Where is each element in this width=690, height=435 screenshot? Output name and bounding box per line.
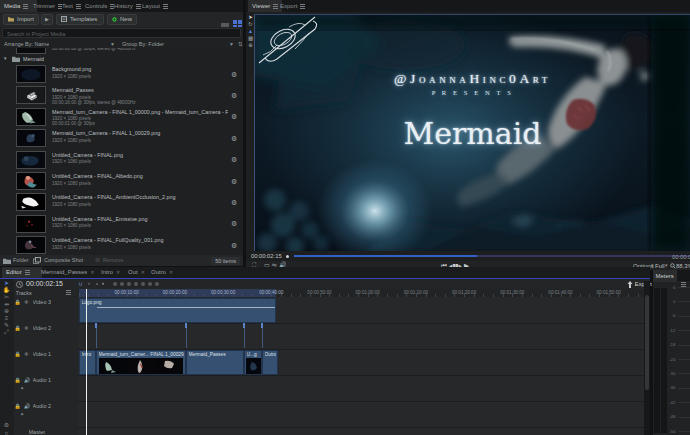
lock-icon[interactable]: 🔒 (15, 325, 21, 331)
timeline-timecode[interactable]: 00:00:02:15 (26, 280, 63, 287)
gear-icon[interactable]: ⚙ (231, 199, 237, 206)
gear-icon[interactable]: ⚙ (231, 220, 237, 227)
timeline-ruler[interactable]: 00:00:10:0000:00:20:0000:00:30:0000:00:4… (78, 289, 644, 297)
close-icon[interactable]: ✕ (141, 269, 145, 275)
new-button[interactable]: New (107, 14, 137, 25)
automation-icon[interactable]: ✦ (20, 411, 24, 417)
tab-layout[interactable]: Layout (138, 0, 174, 12)
media-item[interactable]: Mermaid_Passes1920 × 1080 pixels00:00:16… (0, 85, 243, 106)
media-item-resolution: 1920 × 1080 pixels (52, 159, 228, 164)
clip-mermaid-passes[interactable]: Mermaid_Passes (186, 350, 244, 375)
clip-logo[interactable]: Logo.png (79, 298, 276, 323)
gear-icon[interactable]: ⚙ (231, 113, 237, 120)
meters-menu-icon[interactable] (681, 273, 686, 291)
seek-cached-bar[interactable] (294, 255, 477, 257)
import-button[interactable]: Import (3, 14, 39, 25)
speaker-icon[interactable]: 🔊 (24, 403, 30, 409)
tab-menu-icon[interactable] (23, 4, 28, 9)
media-item[interactable]: Mermaid_turn_Camera - FINAL 1_00000.png … (0, 106, 243, 127)
eye-icon[interactable]: 👁 (24, 325, 29, 331)
gear-icon[interactable]: ⚙ (231, 242, 237, 249)
close-icon[interactable]: ✕ (90, 269, 94, 275)
timeline-option-toggle[interactable] (141, 282, 145, 286)
media-item[interactable]: Untitled_Camera - FINAL_FullQuality_001.… (0, 235, 243, 256)
tab-menu-icon[interactable] (163, 4, 168, 9)
timeline-option-toggle[interactable] (134, 282, 138, 286)
opacity-envelope[interactable] (97, 307, 275, 308)
disclosure-triangle-icon[interactable]: ▼ (3, 56, 7, 61)
eye-icon[interactable]: 👁 (24, 299, 29, 305)
seek-track[interactable] (477, 255, 690, 257)
lock-icon[interactable]: 🔒 (15, 377, 21, 383)
slip-tool-icon[interactable]: ⇹ (1, 301, 12, 308)
timeline-scrollbar[interactable] (644, 281, 650, 435)
viewer-canvas[interactable]: @JoannaHinc0Art P R E S E N T S Mermaid (254, 14, 690, 252)
remove-button[interactable]: Remove (103, 257, 123, 263)
playhead[interactable] (86, 289, 87, 435)
close-icon[interactable]: ✕ (169, 269, 173, 275)
gear-icon[interactable]: ⚙ (231, 156, 237, 163)
new-folder-button[interactable]: Folder (13, 257, 29, 263)
snap-icon[interactable]: ∪ (78, 280, 82, 287)
tab-menu-icon[interactable] (300, 4, 305, 9)
tab-meters[interactable]: Meters (653, 270, 677, 282)
hand-tool-icon[interactable]: ✋ (1, 287, 12, 294)
playhead-dot-icon[interactable]: ∘ (95, 280, 99, 287)
rate-stretch-tool-icon[interactable]: ⤢ (1, 329, 12, 336)
gear-icon[interactable]: ⚙ (231, 135, 237, 142)
timeline-option-toggle[interactable] (127, 282, 131, 286)
timeline-scrollbar-thumb[interactable] (645, 295, 649, 390)
group-by-dropdown[interactable]: Group By: Folder (122, 41, 164, 47)
settings-gear-icon[interactable]: ⚙ (1, 422, 12, 429)
lock-icon[interactable]: 🔒 (15, 299, 21, 305)
clip-intro[interactable]: Intro (79, 350, 96, 375)
lock-icon[interactable]: 🔒 (15, 351, 21, 357)
timeline-option-toggle[interactable] (155, 282, 159, 286)
media-item[interactable]: Mermaid_turn_Camera - FINAL 1_00029.png1… (0, 128, 243, 149)
clip-filmstrip (99, 358, 183, 375)
arrange-by-dropdown[interactable]: Arrange By: Name (4, 41, 49, 47)
templates-button[interactable]: Templates (56, 14, 104, 25)
timeline-tab-outro[interactable]: Outro✕ (147, 267, 182, 278)
media-item[interactable]: Background.png1920 × 1080 pixels⚙ (0, 64, 243, 85)
sort-direction-icon[interactable]: ⇅ (238, 41, 243, 47)
media-item-partial[interactable]: UHD 00:00:00:00 @ 30fps, stereo @ 48000H… (0, 48, 243, 55)
gear-icon[interactable]: ⚙ (231, 178, 237, 185)
ripple-tool-icon[interactable]: ≡ (1, 315, 12, 322)
media-item[interactable]: Untitled_Camera - FINAL_Emissive.png1920… (0, 213, 243, 234)
gear-icon[interactable]: ⚙ (231, 71, 237, 78)
tab-export[interactable]: Export (276, 0, 310, 12)
timeline-tab-editor[interactable]: Editor (2, 267, 42, 278)
help-icon[interactable]: ⌗ (1, 430, 12, 435)
timeline-option-toggle[interactable] (113, 282, 117, 286)
prev-edit-icon[interactable]: ‹ (88, 280, 90, 286)
gear-icon[interactable]: ⚙ (231, 92, 237, 99)
slide-tool-icon[interactable]: ⊕ (1, 308, 12, 315)
timeline-option-toggle[interactable] (120, 282, 124, 286)
clip-outro[interactable]: Outro (262, 350, 278, 375)
lock-icon[interactable]: 🔒 (15, 403, 21, 409)
search-input[interactable]: Search in Project Media (2, 28, 241, 38)
media-item[interactable]: Untitled_Camera - FINAL.png1920 × 1080 p… (0, 149, 243, 170)
eye-icon[interactable]: 👁 (24, 351, 29, 357)
speaker-icon[interactable]: 🔊 (24, 377, 30, 383)
select-tool-icon[interactable]: ➤ (1, 280, 12, 287)
tracks-menu-icon[interactable] (66, 290, 71, 296)
seek-playhead-dot[interactable] (286, 255, 289, 258)
composite-shot-button[interactable]: Composite Shot (44, 257, 83, 263)
next-edit-icon[interactable]: › (102, 280, 104, 286)
import-options-button[interactable]: ▶ (41, 14, 53, 25)
tab-menu-icon[interactable] (25, 270, 30, 275)
clip-u-g[interactable]: U...g (244, 350, 262, 375)
slice-tool-icon[interactable]: ✂ (1, 294, 12, 301)
zoom-level-value[interactable]: 88.3% (676, 263, 690, 269)
pen-tool-icon[interactable]: ✎ (1, 322, 12, 329)
media-item[interactable]: Untitled_Camera - FINAL_Albedo.png1920 ×… (0, 171, 243, 192)
media-item[interactable]: Untitled_Camera - FINAL_AmbientOcclusion… (0, 192, 243, 213)
automation-icon[interactable]: ✦ (20, 385, 24, 391)
timeline-tab-mermaid_passes[interactable]: Mermaid_Passes✕ (37, 267, 102, 278)
folder-row[interactable]: ▼ Mermaid (0, 55, 243, 63)
timeline-option-toggle[interactable] (148, 282, 152, 286)
close-icon[interactable]: ✕ (116, 269, 120, 275)
clip-mermaid-turn-camer-final-1-00029-png[interactable]: Mermaid_turn_Camer... FINAL 1_00029.png (96, 350, 186, 375)
